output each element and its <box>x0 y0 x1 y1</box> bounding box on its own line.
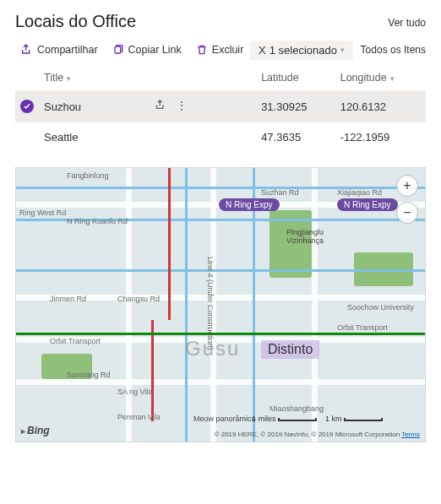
close-icon[interactable]: X <box>259 44 266 57</box>
row-title: Suzhou <box>44 100 81 113</box>
map-label: Orbit Transport <box>50 337 101 345</box>
chevron-down-icon: ▾ <box>390 74 395 83</box>
map-label: Fangbinlong <box>67 171 109 180</box>
column-longitude[interactable]: Longitude▾ <box>335 65 426 90</box>
map-label: Suzhan Rd <box>261 188 299 197</box>
row-share-icon[interactable] <box>155 99 167 114</box>
toolbar: Compartilhar Copiar Link Excluir X 1 sel… <box>15 40 426 60</box>
map-scale: 1 miles 1 km <box>252 415 383 423</box>
locations-table: Title▾ Latitude Longitude▾ Suzhou <box>15 65 426 152</box>
page-title: Locais do Office <box>15 12 136 31</box>
map-label: SA ng Vila <box>117 387 152 396</box>
map-metro-line <box>151 320 154 421</box>
delete-button[interactable]: Excluir <box>190 40 249 60</box>
copy-link-button[interactable]: Copiar Link <box>106 40 187 60</box>
trash-icon <box>195 43 209 57</box>
row-latitude: 47.3635 <box>256 122 335 152</box>
column-latitude[interactable]: Latitude <box>256 65 335 90</box>
map-road <box>312 168 318 442</box>
map-label: Xiajiaqiao Rd <box>337 188 382 197</box>
selection-count-label: 1 selecionado <box>270 44 337 57</box>
map-road <box>126 168 132 442</box>
svg-rect-0 <box>115 46 121 53</box>
map-label: Soochow University <box>347 303 414 312</box>
link-icon <box>112 43 125 57</box>
see-all-link[interactable]: Ver tudo <box>388 17 426 29</box>
table-row[interactable]: Suzhou ⋮ 31.30925 120.6132 <box>15 90 426 122</box>
terms-link[interactable]: Terms <box>401 431 420 438</box>
view-selector-label: Todos os Itens <box>361 44 426 56</box>
view-selector[interactable]: Todos os Itens <box>361 44 426 56</box>
map-label: Orbit Transport <box>337 323 388 332</box>
map-blue-road <box>185 168 188 442</box>
chevron-down-icon: ▾ <box>340 46 345 54</box>
zoom-controls: + − <box>396 175 418 224</box>
row-more-icon[interactable]: ⋮ <box>176 99 188 114</box>
map-callout: Distinto <box>261 340 319 359</box>
map-neighborhood: Pingjianglu Vizinhança <box>286 229 324 246</box>
row-checkbox-checked[interactable] <box>20 100 34 113</box>
zoom-out-button[interactable]: − <box>396 202 418 224</box>
share-label: Compartilhar <box>37 44 98 56</box>
map-label: N Ring Kuanlu Rd <box>67 217 128 225</box>
map-label: Sanxiang Rd <box>67 371 111 379</box>
check-icon <box>23 102 31 111</box>
bing-logo: Bing <box>21 425 50 436</box>
share-button[interactable]: Compartilhar <box>15 40 103 60</box>
map-badge: N Ring Expy <box>337 198 398 211</box>
map-road <box>16 379 425 385</box>
map-pano-label: Meow panorâmico <box>193 415 256 423</box>
chevron-down-icon: ▾ <box>67 74 71 83</box>
row-title: Seattle <box>44 131 78 144</box>
map-copyright: © 2019 HERE, © 2019 NavInfo, © 2019 Micr… <box>215 431 420 438</box>
copy-link-label: Copiar Link <box>128 44 182 56</box>
delete-label: Excluir <box>212 44 244 56</box>
map-label: Penman Vila <box>117 413 161 421</box>
map-canvas[interactable]: N Ring Expy N Ring Expy Fangbinlong Suzh… <box>15 167 426 442</box>
map-label: Ring West Rd <box>19 209 66 217</box>
selection-count[interactable]: X 1 selecionado ▾ <box>250 41 353 60</box>
row-longitude: -122.1959 <box>335 122 426 152</box>
row-latitude: 31.30925 <box>256 90 335 122</box>
map-metro-line <box>168 168 171 320</box>
map-green-line <box>16 333 425 335</box>
map-blue-road <box>16 269 425 272</box>
map-badge: N Ring Expy <box>219 198 280 211</box>
zoom-in-button[interactable]: + <box>396 175 418 197</box>
map-label: Changxu Rd <box>117 295 160 303</box>
table-row[interactable]: Seattle 47.3635 -122.1959 <box>15 122 426 152</box>
row-longitude: 120.6132 <box>335 90 426 122</box>
share-icon <box>20 43 34 57</box>
map-label: Miaoshangbang <box>270 404 324 413</box>
column-title[interactable]: Title▾ <box>39 65 256 90</box>
map-label: Jinmen Rd <box>50 295 86 303</box>
map-label: Line 4 (Under Construction) <box>206 257 215 350</box>
map-district: Gusu <box>185 337 240 360</box>
